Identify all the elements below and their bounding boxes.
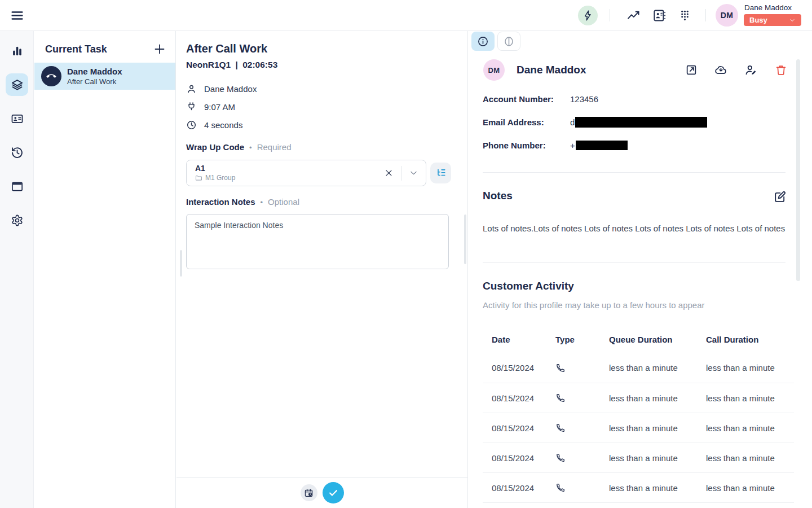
folder-icon: [195, 174, 202, 182]
lightning-icon: [582, 10, 594, 21]
add-task-button[interactable]: [153, 42, 166, 56]
delete-profile-button[interactable]: [774, 63, 787, 76]
id-card-icon: [11, 112, 24, 125]
field-label: Email Address:: [483, 117, 570, 127]
field-label: Account Number:: [483, 94, 570, 104]
wrap-up-code-label: Wrap Up Code: [186, 142, 244, 152]
edit-profile-button[interactable]: [744, 63, 757, 76]
bullet: •: [249, 143, 252, 152]
line-chart-icon: [626, 8, 641, 23]
activity-date: 08/15/2024: [483, 453, 555, 463]
status-dropdown[interactable]: Busy: [744, 14, 801, 26]
call-type-icon: [555, 363, 609, 373]
info-icon: [477, 36, 489, 47]
scrollbar[interactable]: [180, 250, 182, 277]
profile-fields: Account Number: 123456 Email Address: d …: [483, 87, 790, 157]
nav-rail: [0, 31, 34, 508]
activity-call-duration: less than a minute: [706, 453, 794, 463]
customer-activity-subtitle: Activity for this profile may take up to…: [483, 300, 705, 310]
quick-actions-button[interactable]: [578, 6, 598, 25]
phone-handset-icon: [46, 71, 56, 81]
activity-call-duration: less than a minute: [706, 423, 794, 433]
bullet: •: [261, 198, 263, 207]
table-row[interactable]: 08/15/2024 less than a minute less than …: [483, 413, 794, 443]
browser-window-icon: [11, 180, 24, 193]
notes-text: Lots of notes.Lots of notes Lots of note…: [483, 224, 790, 233]
activity-queue-duration: less than a minute: [609, 363, 706, 373]
table-row[interactable]: 08/15/2024 less than a minute less than …: [483, 353, 794, 383]
scrollbar[interactable]: [796, 59, 800, 281]
menu-icon[interactable]: [10, 8, 25, 23]
edit-notes-button[interactable]: [773, 190, 787, 204]
task-contact-name: Dane Maddox: [67, 67, 122, 77]
activity-queue-duration: less than a minute: [609, 483, 706, 493]
wrap-up-code-select[interactable]: A1 M1 Group: [186, 160, 426, 186]
dialpad-icon: [678, 8, 692, 23]
select-divider: [401, 166, 401, 181]
complete-button[interactable]: [323, 482, 344, 503]
table-row[interactable]: 08/15/2024 less than a minute less than …: [483, 472, 794, 502]
table-row[interactable]: 08/15/2024 less than a minute less than …: [483, 443, 794, 472]
time-row: 9:07 AM: [186, 100, 257, 113]
redacted-value: [576, 141, 628, 150]
interaction-notes-input[interactable]: Sample Interaction Notes: [186, 214, 449, 269]
activity-date: 08/15/2024: [483, 363, 555, 373]
clear-icon[interactable]: [384, 168, 394, 178]
plug-icon: [186, 102, 197, 112]
current-task-panel: Current Task Dane Maddox After Call Work: [34, 31, 176, 508]
dialpad-button[interactable]: [677, 7, 692, 23]
duration-row: 4 seconds: [186, 119, 257, 131]
browse-codes-button[interactable]: [430, 163, 451, 183]
activity-queue-duration: less than a minute: [609, 453, 706, 463]
nav-pages[interactable]: [6, 175, 28, 198]
required-label: Required: [257, 142, 292, 152]
optional-label: Optional: [268, 197, 299, 207]
task-list-item[interactable]: Dane Maddox After Call Work: [34, 63, 175, 90]
scrollbar[interactable]: [464, 214, 466, 264]
status-label: Busy: [749, 16, 767, 24]
nav-tasks[interactable]: [6, 73, 28, 96]
field-label: Phone Number:: [483, 141, 570, 150]
task-avatar: [41, 66, 61, 86]
tab-info[interactable]: [471, 32, 495, 51]
activity-call-duration: less than a minute: [706, 393, 794, 403]
activity-date: 08/15/2024: [483, 483, 555, 493]
acw-timer: 02:06:53: [242, 60, 277, 69]
layers-icon: [11, 78, 24, 91]
profile-avatar: DM: [483, 59, 505, 81]
tab-insights[interactable]: [497, 32, 520, 51]
gear-icon: [11, 214, 24, 227]
profile-field: Account Number: 123456: [483, 87, 790, 111]
activity-queue-duration: less than a minute: [609, 423, 706, 433]
call-type-icon: [555, 453, 609, 463]
col-date: Date: [483, 335, 555, 344]
download-button[interactable]: [714, 63, 727, 76]
chevron-down-icon: [789, 17, 796, 24]
field-value: +: [570, 141, 628, 150]
clock-icon: [186, 120, 197, 130]
nav-history[interactable]: [6, 141, 28, 164]
open-in-new-button[interactable]: [685, 63, 698, 76]
history-icon: [11, 146, 24, 159]
reports-button[interactable]: [625, 7, 641, 23]
user-avatar[interactable]: DM: [716, 4, 738, 27]
customer-activity-title: Customer Activity: [483, 280, 574, 292]
notes-title: Notes: [483, 190, 513, 202]
acw-queue-timer: NeonR1Q1 | 02:06:53: [186, 60, 277, 70]
divider: [483, 172, 785, 173]
chevron-down-icon[interactable]: [409, 168, 418, 178]
col-call-duration: Call Duration: [706, 335, 794, 344]
nav-settings[interactable]: [6, 209, 28, 231]
separator: |: [236, 60, 238, 69]
call-type-icon: [555, 393, 609, 403]
contacts-button[interactable]: [651, 7, 667, 23]
nav-stats[interactable]: [6, 40, 28, 62]
contact-book-icon: [652, 8, 667, 23]
schedule-button[interactable]: [301, 484, 317, 501]
nav-contacts[interactable]: [6, 107, 28, 130]
table-row[interactable]: 08/15/2024 less than a minute less than …: [483, 383, 794, 413]
acw-title: After Call Work: [186, 42, 267, 55]
redacted-value: [575, 117, 707, 128]
field-value: 123456: [570, 94, 598, 104]
current-task-title: Current Task: [45, 43, 107, 55]
